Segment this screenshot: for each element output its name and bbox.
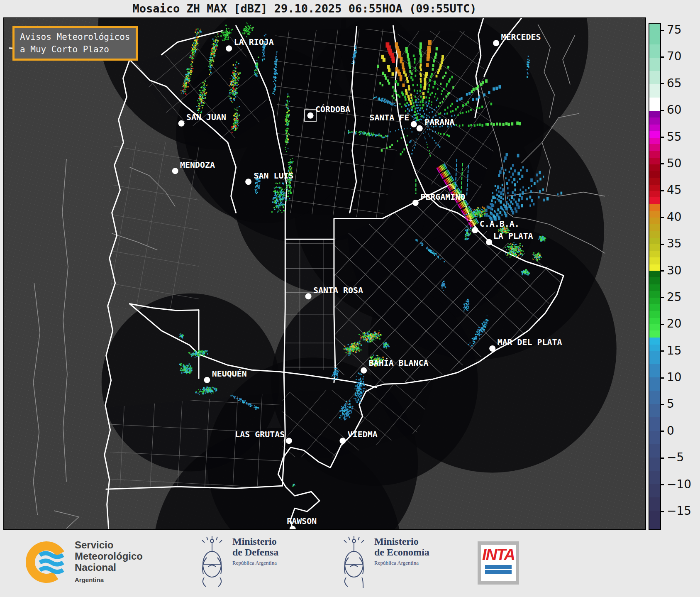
svg-text:LAS GRUTAS: LAS GRUTAS <box>235 430 285 439</box>
colorbar-tick-label: 10 <box>667 370 682 384</box>
colorbar <box>649 23 661 530</box>
colorbar-tick-label: 5 <box>667 397 674 411</box>
economia-subtitle: de Economía <box>374 547 429 558</box>
colorbar-tick <box>660 350 664 352</box>
colorbar-tick <box>660 163 664 164</box>
defensa-subtitle: de Defensa <box>232 547 278 558</box>
defensa-coat-of-arms-icon <box>198 536 226 588</box>
svg-text:LA PLATA: LA PLATA <box>493 231 533 241</box>
radar-map-canvas: MERCEDESLA RIOJACÓRDOBASAN JUANSANTA FEP… <box>4 18 645 529</box>
colorbar-tick-label: 15 <box>667 344 682 357</box>
svg-text:SAN JUAN: SAN JUAN <box>186 113 226 122</box>
warning-badge-line1: Avisos Meteorológicos <box>20 32 130 42</box>
svg-text:CÓRDOBA: CÓRDOBA <box>315 104 350 114</box>
colorbar-tick <box>660 244 664 245</box>
svg-text:SANTA FE: SANTA FE <box>369 113 409 122</box>
colorbar-tick <box>660 458 664 459</box>
defensa-caption: República Argentina <box>232 560 278 566</box>
colorbar-tick <box>660 404 664 405</box>
svg-text:MAR DEL PLATA: MAR DEL PLATA <box>498 338 562 347</box>
smn-logo-text: Servicio Meteorológico Nacional Argentin… <box>75 539 143 585</box>
colorbar-tick <box>660 377 664 379</box>
defensa-title: Ministerio <box>232 536 278 547</box>
colorbar-tick <box>660 511 664 512</box>
inta-bar-1 <box>485 565 512 569</box>
colorbar-tick <box>660 83 664 84</box>
inta-logo-inner: INTA <box>481 545 516 581</box>
svg-text:VIEDMA: VIEDMA <box>348 430 378 439</box>
svg-text:MERCEDES: MERCEDES <box>501 32 541 42</box>
smn-line3: Nacional <box>75 562 143 573</box>
colorbar-tick-label: −10 <box>667 477 691 491</box>
svg-text:NEUQUÉN: NEUQUÉN <box>212 369 247 379</box>
defensa-logo-text: Ministerio de Defensa República Argentin… <box>232 536 278 566</box>
radar-map: MERCEDESLA RIOJACÓRDOBASAN JUANSANTA FEP… <box>3 17 646 530</box>
colorbar-tick-label: 20 <box>667 317 682 330</box>
svg-text:LA RIOJA: LA RIOJA <box>234 37 274 47</box>
colorbar-tick-label: 50 <box>667 157 682 170</box>
smn-line2: Meteorológico <box>75 551 143 562</box>
inta-logo: INTA <box>478 541 519 585</box>
colorbar-tick <box>660 190 664 191</box>
colorbar-tick-label: 55 <box>667 130 682 144</box>
colorbar-tick <box>660 297 664 298</box>
svg-text:PARANA: PARANA <box>424 117 454 127</box>
economia-coat-of-arms-icon <box>340 536 368 588</box>
colorbar-tick <box>660 137 664 138</box>
smn-country: Argentina <box>75 574 143 585</box>
economia-caption: República Argentina <box>374 560 429 566</box>
economia-logo-text: Ministerio de Economía República Argenti… <box>374 536 429 566</box>
colorbar-tick <box>660 484 664 485</box>
colorbar-tick-label: 35 <box>667 237 682 250</box>
footer-logos: Servicio Meteorológico Nacional Argentin… <box>0 530 700 597</box>
colorbar-tick <box>660 217 664 218</box>
inta-bar-2 <box>485 570 512 574</box>
svg-text:SANTA ROSA: SANTA ROSA <box>313 286 363 295</box>
inta-wordmark: INTA <box>481 546 516 564</box>
colorbar-tick-label: 60 <box>667 103 682 117</box>
colorbar-tick-label: 40 <box>667 210 682 224</box>
colorbar-tick <box>660 270 664 272</box>
svg-text:PERGAMINO: PERGAMINO <box>420 192 465 202</box>
page-title: Mosaico ZH MAX [dBZ] 29.10.2025 06:55HOA… <box>3 2 606 15</box>
smn-logo-icon <box>26 540 69 584</box>
svg-text:C.A.B.A.: C.A.B.A. <box>480 219 520 229</box>
colorbar-tick-label: 30 <box>667 264 682 277</box>
colorbar-tick <box>660 324 664 325</box>
colorbar-tick-label: −15 <box>667 504 691 518</box>
colorbar-tick <box>660 431 664 432</box>
colorbar-tick-label: 75 <box>667 23 682 37</box>
colorbar-tick <box>660 56 664 58</box>
colorbar-tick-label: 65 <box>667 76 682 90</box>
economia-title: Ministerio <box>374 536 429 547</box>
svg-text:BAHÍA BLANCA: BAHÍA BLANCA <box>369 358 429 368</box>
svg-text:SAN LUIS: SAN LUIS <box>254 171 294 181</box>
radar-mosaic-page: Mosaico ZH MAX [dBZ] 29.10.2025 06:55HOA… <box>0 0 700 597</box>
colorbar-tick <box>660 30 664 31</box>
colorbar-tick-label: 0 <box>667 424 674 438</box>
colorbar-tick-label: 45 <box>667 183 682 197</box>
colorbar-tick-label: 25 <box>667 290 682 304</box>
colorbar-tick-label: −5 <box>667 450 684 464</box>
warning-badge: Avisos Meteorológicos a Muy Corto Plazo <box>12 26 138 61</box>
svg-text:RAWSON: RAWSON <box>287 516 317 526</box>
smn-line1: Servicio <box>75 539 143 551</box>
warning-badge-line2: a Muy Corto Plazo <box>20 44 109 54</box>
colorbar-tick <box>660 110 664 111</box>
colorbar-tick-label: 70 <box>667 49 682 63</box>
svg-text:MENDOZA: MENDOZA <box>180 160 215 170</box>
